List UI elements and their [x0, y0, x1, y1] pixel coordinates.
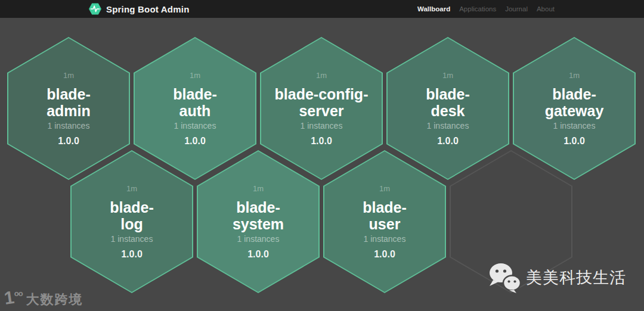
app-header: Spring Boot Admin WallboardApplicationsJ…	[0, 0, 644, 18]
tile-app-name: blade-gateway	[545, 86, 604, 119]
tile-app-name-line: gateway	[545, 102, 604, 119]
tile-age: 1m	[316, 71, 327, 80]
nav-item-about[interactable]: About	[537, 5, 555, 13]
tile-app-name-line: blade-	[110, 199, 154, 216]
tile-app-name: blade-system	[233, 199, 284, 232]
tile-app-name-line: desk	[426, 102, 470, 119]
tile-app-name-line: admin	[47, 102, 91, 119]
tile-version: 1.0.0	[184, 136, 206, 147]
tile-instance-count: 1 instances	[237, 234, 280, 244]
tile-app-name-line: blade-	[363, 199, 407, 216]
tile-age: 1m	[379, 184, 390, 193]
tile-app-name-line: log	[110, 216, 154, 232]
spring-boot-admin-logo-icon	[88, 2, 102, 15]
brand-title: Spring Boot Admin	[106, 4, 190, 14]
tile-app-name: blade-admin	[47, 86, 91, 119]
tile-app-name-line: blade-	[47, 86, 91, 102]
tile-instance-count: 1 instances	[48, 121, 90, 130]
tile-age: 1m	[442, 71, 453, 80]
tile-app-name-line: system	[233, 216, 284, 232]
tile-version: 1.0.0	[437, 136, 459, 147]
hex-tile-content: 1m blade-user 1 instances 1.0.0	[323, 150, 446, 293]
brand[interactable]: Spring Boot Admin	[88, 2, 190, 15]
nav-item-wallboard[interactable]: Wallboard	[417, 5, 450, 13]
tile-app-name-line: server	[275, 102, 369, 119]
tile-version: 1.0.0	[374, 249, 395, 260]
tile-app-name-line: blade-	[173, 86, 217, 102]
tile-app-name-line: blade-config-	[275, 86, 369, 102]
wallboard: 1m blade-admin 1 instances 1.0.0 1m blad…	[0, 18, 644, 311]
hex-tile-blade-user[interactable]: 1m blade-user 1 instances 1.0.0	[323, 150, 446, 293]
tile-instance-count: 1 instances	[553, 121, 596, 130]
hex-tile-empty	[450, 150, 572, 293]
tile-app-name-line: blade-	[426, 86, 470, 102]
tile-instance-count: 1 instances	[174, 121, 216, 130]
tile-version: 1.0.0	[311, 136, 332, 147]
tile-instance-count: 1 instances	[111, 234, 153, 244]
tile-age: 1m	[63, 71, 74, 80]
hex-tile-blade-log[interactable]: 1m blade-log 1 instances 1.0.0	[70, 150, 193, 293]
tile-app-name: blade-log	[110, 199, 154, 232]
tile-app-name: blade-auth	[173, 86, 217, 119]
tile-version: 1.0.0	[247, 249, 269, 260]
tile-instance-count: 1 instances	[364, 234, 406, 244]
tile-app-name: blade-config-server	[275, 86, 369, 119]
tile-version: 1.0.0	[58, 136, 79, 147]
tile-app-name: blade-user	[363, 199, 407, 232]
tile-version: 1.0.0	[121, 249, 143, 260]
tile-app-name-line: user	[363, 216, 407, 232]
empty-hex-fill	[451, 151, 571, 292]
tile-app-name-line: auth	[173, 102, 217, 119]
tile-app-name: blade-desk	[426, 86, 470, 119]
tile-instance-count: 1 instances	[427, 121, 469, 130]
tile-instance-count: 1 instances	[301, 121, 343, 130]
tile-app-name-line: blade-	[545, 86, 604, 102]
tile-app-name-line: blade-	[233, 199, 284, 216]
hex-tile-blade-system[interactable]: 1m blade-system 1 instances 1.0.0	[197, 150, 320, 293]
nav-item-journal[interactable]: Journal	[505, 5, 528, 13]
tile-age: 1m	[190, 71, 200, 80]
tile-age: 1m	[253, 184, 264, 193]
tile-age: 1m	[126, 184, 137, 193]
hex-tile-content: 1m blade-log 1 instances 1.0.0	[70, 150, 193, 293]
tile-age: 1m	[569, 71, 580, 80]
tile-version: 1.0.0	[564, 136, 585, 147]
nav-item-applications[interactable]: Applications	[459, 5, 496, 13]
hex-tile-content: 1m blade-system 1 instances 1.0.0	[197, 150, 320, 293]
main-nav: WallboardApplicationsJournalAbout	[417, 5, 555, 13]
